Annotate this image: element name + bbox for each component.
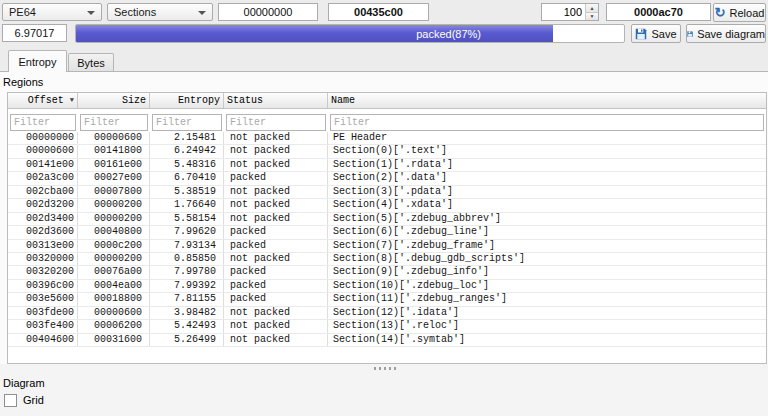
save-button[interactable]: Save bbox=[631, 24, 681, 43]
cell-entropy: 7.81155 bbox=[150, 293, 224, 305]
filter-input-size[interactable] bbox=[80, 114, 148, 131]
table-row[interactable]: 003fe400 00006200 5.42493 not packed Sec… bbox=[8, 320, 766, 333]
count-spinner: ▲ ▼ bbox=[541, 3, 599, 21]
cell-offset: 002d3400 bbox=[8, 213, 78, 225]
column-header-size[interactable]: Size bbox=[78, 93, 150, 108]
cell-status: not packed bbox=[224, 213, 328, 225]
tab-bytes[interactable]: Bytes bbox=[68, 53, 114, 71]
cell-entropy: 1.76640 bbox=[150, 199, 224, 211]
cell-entropy: 7.99620 bbox=[150, 226, 224, 238]
cell-status: packed bbox=[224, 266, 328, 278]
cell-name: Section(12)['.idata'] bbox=[328, 307, 766, 319]
cell-name: Section(4)['.xdata'] bbox=[328, 199, 766, 211]
grid-checkbox-label[interactable]: Grid bbox=[23, 394, 44, 406]
cell-status: not packed bbox=[224, 307, 328, 319]
table-row[interactable]: 002d3600 00040800 7.99620 packed Section… bbox=[8, 226, 766, 239]
cell-entropy: 2.15481 bbox=[150, 132, 224, 144]
file-type-value: PE64 bbox=[9, 6, 36, 18]
cell-name: Section(2)['.data'] bbox=[328, 172, 766, 184]
column-header-offset[interactable]: Offset ▼ bbox=[8, 93, 78, 108]
table-row[interactable]: 003e5600 00018800 7.81155 packed Section… bbox=[8, 293, 766, 306]
cell-size: 0004ea00 bbox=[78, 280, 150, 292]
cell-entropy: 7.99780 bbox=[150, 266, 224, 278]
table-row[interactable]: 00404600 00031600 5.26499 not packed Sec… bbox=[8, 334, 766, 347]
cell-entropy: 0.85850 bbox=[150, 253, 224, 265]
tab-entropy[interactable]: Entropy bbox=[8, 50, 67, 72]
view-mode-combo[interactable]: Sections bbox=[107, 3, 213, 21]
regions-section-label: Regions bbox=[3, 76, 43, 88]
table-row[interactable]: 00000600 00141800 6.24942 not packed Sec… bbox=[8, 145, 766, 158]
cell-name: Section(0)['.text'] bbox=[328, 145, 766, 157]
cell-entropy: 5.26499 bbox=[150, 334, 224, 346]
cell-status: not packed bbox=[224, 320, 328, 332]
cell-entropy: 3.98482 bbox=[150, 307, 224, 319]
spin-up-icon[interactable]: ▲ bbox=[586, 4, 598, 13]
cell-size: 00000600 bbox=[78, 132, 150, 144]
entropy-progress-fill bbox=[76, 25, 553, 42]
cell-size: 00007800 bbox=[78, 186, 150, 198]
column-header-entropy[interactable]: Entropy bbox=[150, 93, 224, 108]
cell-size: 00161e00 bbox=[78, 159, 150, 171]
view-mode-value: Sections bbox=[114, 6, 156, 18]
cell-entropy: 5.48316 bbox=[150, 159, 224, 171]
filter-input-status[interactable] bbox=[226, 114, 326, 131]
grid-checkbox[interactable] bbox=[4, 394, 17, 407]
count-input[interactable] bbox=[542, 4, 585, 20]
table-row[interactable]: 002d3200 00000200 1.76640 not packed Sec… bbox=[8, 199, 766, 212]
table-row[interactable]: 00320200 00076a00 7.99780 packed Section… bbox=[8, 266, 766, 279]
table-row[interactable]: 00141e00 00161e00 5.48316 not packed Sec… bbox=[8, 159, 766, 172]
cell-status: packed bbox=[224, 293, 328, 305]
address-field[interactable] bbox=[606, 3, 711, 21]
reload-button[interactable]: ↻ Reload bbox=[713, 3, 766, 22]
save-label: Save bbox=[651, 28, 676, 40]
save-icon bbox=[635, 28, 647, 40]
cell-offset: 002d3600 bbox=[8, 226, 78, 238]
column-header-name[interactable]: Name bbox=[328, 93, 766, 108]
cell-status: not packed bbox=[224, 334, 328, 346]
cell-name: Section(8)['.debug_gdb_scripts'] bbox=[328, 253, 766, 265]
cell-status: packed bbox=[224, 172, 328, 184]
cell-size: 00000200 bbox=[78, 199, 150, 211]
cell-name: Section(1)['.rdata'] bbox=[328, 159, 766, 171]
cell-status: packed bbox=[224, 280, 328, 292]
cell-size: 00027e00 bbox=[78, 172, 150, 184]
reload-icon: ↻ bbox=[715, 7, 726, 18]
column-header-status[interactable]: Status bbox=[224, 93, 328, 108]
table-row[interactable]: 00313e00 0000c200 7.93134 packed Section… bbox=[8, 240, 766, 253]
cell-offset: 00404600 bbox=[8, 334, 78, 346]
filter-input-name[interactable] bbox=[330, 114, 764, 131]
table-row[interactable]: 00320000 00000200 0.85850 not packed Sec… bbox=[8, 253, 766, 266]
cell-status: not packed bbox=[224, 132, 328, 144]
table-row[interactable]: 00396c00 0004ea00 7.99392 packed Section… bbox=[8, 280, 766, 293]
cell-name: PE Header bbox=[328, 132, 766, 144]
file-type-combo[interactable]: PE64 bbox=[2, 3, 102, 21]
cell-offset: 003fde00 bbox=[8, 307, 78, 319]
save-diagram-label: Save diagram bbox=[697, 28, 765, 40]
spin-down-icon[interactable]: ▼ bbox=[586, 13, 598, 21]
table-row[interactable]: 002cba00 00007800 5.38519 not packed Sec… bbox=[8, 186, 766, 199]
table-row[interactable]: 002a3c00 00027e00 6.70410 packed Section… bbox=[8, 172, 766, 185]
total-entropy-field[interactable] bbox=[2, 24, 67, 42]
cell-name: Section(11)['.zdebug_ranges'] bbox=[328, 293, 766, 305]
offset-field[interactable] bbox=[218, 3, 318, 21]
filter-input-entropy[interactable] bbox=[152, 114, 222, 131]
entropy-progress-bar: packed(87%) bbox=[75, 24, 625, 43]
cell-name: Section(5)['.zdebug_abbrev'] bbox=[328, 213, 766, 225]
table-row[interactable]: 00000000 00000600 2.15481 not packed PE … bbox=[8, 132, 766, 145]
cell-offset: 00000600 bbox=[8, 145, 78, 157]
cell-offset: 00000000 bbox=[8, 132, 78, 144]
cell-entropy: 6.24942 bbox=[150, 145, 224, 157]
table-row[interactable]: 002d3400 00000200 5.58154 not packed Sec… bbox=[8, 213, 766, 226]
cell-size: 00076a00 bbox=[78, 266, 150, 278]
cell-entropy: 5.38519 bbox=[150, 186, 224, 198]
cell-status: not packed bbox=[224, 199, 328, 211]
diagram-section-label: Diagram bbox=[3, 377, 45, 389]
size-field[interactable] bbox=[328, 3, 429, 21]
save-diagram-button[interactable]: Save diagram bbox=[686, 24, 766, 43]
table-row[interactable]: 003fde00 00000600 3.98482 not packed Sec… bbox=[8, 307, 766, 320]
entropy-window: PE64 Sections ▲ ▼ ↻ Reload packed(87%) S… bbox=[0, 0, 768, 416]
cell-size: 00000200 bbox=[78, 213, 150, 225]
cell-name: Section(10)['.zdebug_loc'] bbox=[328, 280, 766, 292]
filter-input-offset[interactable] bbox=[10, 114, 76, 131]
cell-entropy: 5.58154 bbox=[150, 213, 224, 225]
